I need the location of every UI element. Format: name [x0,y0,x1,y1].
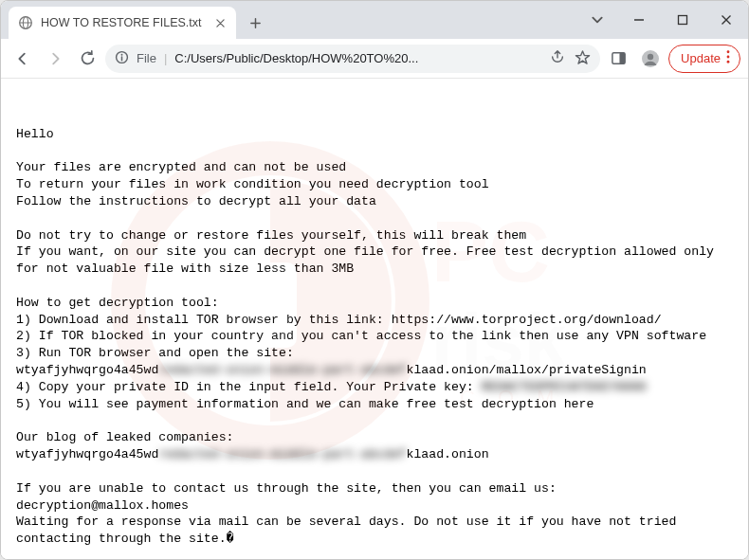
svg-rect-9 [619,53,625,63]
browser-tab[interactable]: HOW TO RESTORE FILES.txt [9,7,236,39]
update-button[interactable]: Update [668,45,740,73]
reload-button[interactable] [73,45,101,73]
new-tab-button[interactable] [242,9,268,36]
text-line: Your files are encrypted and can not be … [16,160,346,174]
info-icon[interactable] [115,50,129,67]
redacted-text: REDACTEDPRIVATEKEY0000 [482,380,647,394]
url-text: C:/Users/Public/Desktop/HOW%20TO%20... [174,51,542,65]
text-line: decryption@mallox.homes [16,498,189,513]
update-label: Update [681,51,721,65]
text-line: Our blog of leaked companies: [16,430,234,444]
maximize-button[interactable] [661,5,704,35]
star-icon[interactable] [575,49,591,68]
text-line: Do not try to change or restore files yo… [16,228,526,243]
text-line: 5) You will see payment information and … [16,397,594,411]
text-line: 1) Download and install TOR browser by t… [16,313,662,327]
svg-point-13 [727,56,730,59]
menu-dots-icon [726,50,730,66]
titlebar: HOW TO RESTORE FILES.txt [1,1,748,39]
chevron-down-icon[interactable] [577,1,617,39]
svg-point-11 [648,53,653,59]
minimize-button[interactable] [617,5,661,35]
forward-button[interactable] [41,45,69,73]
url-scheme-label: File [137,51,156,65]
text-line: How to get decryption tool: [16,296,219,310]
tab-title: HOW TO RESTORE FILES.txt [41,16,206,29]
text-line: wtyafjyhwqrgo4a45wdredacted-onion-middle… [16,447,489,461]
svg-point-6 [121,53,123,55]
text-line: 2) If TOR blocked in your country and yo… [16,329,706,343]
text-line: Hello [16,127,54,141]
text-line: If you want, on our site you can decrypt… [16,244,722,276]
back-button[interactable] [9,45,37,73]
text-line: To return your files in work condition y… [16,177,489,191]
profile-icon[interactable] [636,45,665,73]
text-line: 4) Copy your private ID in the input fie… [16,380,647,394]
svg-point-12 [727,50,730,53]
text-line: Waiting for a response via mail can be s… [16,515,684,546]
window-controls [577,1,748,39]
svg-rect-4 [679,16,687,25]
globe-icon [18,15,33,30]
close-window-button[interactable] [704,5,748,35]
redacted-text: redacted-onion-middle-part-abcdef [158,363,406,377]
side-panel-icon[interactable] [604,45,632,73]
svg-point-14 [727,61,730,63]
text-line: wtyafjyhwqrgo4a45wdredacted-onion-middle… [16,363,647,377]
redacted-text: redacted-onion-middle-part-abcdef [158,447,406,461]
text-line: Follow the instructions to decrypt all y… [16,194,376,208]
page-content: PC risk .COM Hello Your files are encryp… [1,79,748,559]
address-bar[interactable]: File | C:/Users/Public/Desktop/HOW%20TO%… [105,45,600,73]
text-line: 3) Run TOR browser and open the site: [16,346,294,360]
share-icon[interactable] [550,49,565,67]
browser-window: HOW TO RESTORE FILES.txt [0,0,749,560]
toolbar: File | C:/Users/Public/Desktop/HOW%20TO%… [1,39,748,79]
text-line: If you are unable to contact us through … [16,481,557,496]
tab-close-icon[interactable] [213,16,227,29]
